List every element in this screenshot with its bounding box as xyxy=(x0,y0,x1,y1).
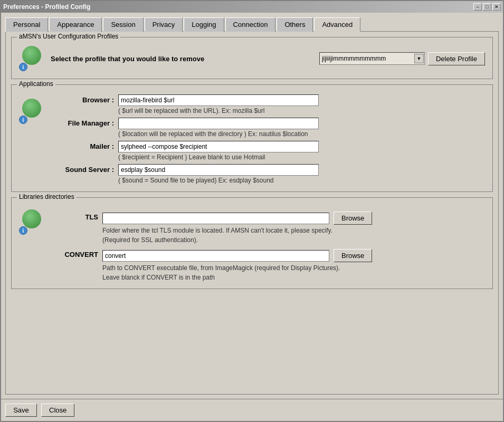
profile-select-wrapper: jijiiijimmmmmmmmmm ▼ xyxy=(319,52,425,65)
tab-appearance[interactable]: Appearance xyxy=(49,17,102,32)
convert-row: CONVERT Browse Path to CONVERT executabl… xyxy=(51,249,485,281)
minimize-button[interactable]: – xyxy=(473,3,482,11)
mailer-row: Mailer : ( $recipient = Recipient ) Leav… xyxy=(51,141,485,161)
mailer-input[interactable] xyxy=(118,141,319,152)
save-button[interactable]: Save xyxy=(5,404,37,417)
libraries-legend: Libraries directories xyxy=(17,193,77,200)
content-area: Personal Appearance Session Privacy Logg… xyxy=(1,13,503,399)
soundserver-hint: ( $sound = Sound file to be played) Ex: … xyxy=(118,177,485,184)
profiles-legend: aMSN's User Configuration Profiles xyxy=(17,33,120,40)
profile-select[interactable]: jijiiijimmmmmmmmmm xyxy=(319,52,425,65)
convert-browse-button[interactable]: Browse xyxy=(334,249,372,262)
tab-logging[interactable]: Logging xyxy=(184,17,224,32)
applications-section: Applications i Browser : ( $url xyxy=(11,84,493,192)
convert-hint1: Path to CONVERT executable file, from Im… xyxy=(102,264,485,272)
mailer-field-group: ( $recipient = Recipient ) Leave blank t… xyxy=(118,141,485,161)
close-button[interactable]: ✕ xyxy=(492,3,501,11)
avatar: i xyxy=(19,46,44,71)
tls-browse-button[interactable]: Browse xyxy=(334,212,372,225)
profile-row: i Select the profile that you would like… xyxy=(19,46,485,71)
libs-avatar-info-icon: i xyxy=(19,226,27,235)
convert-input-row: Browse xyxy=(102,249,485,262)
tab-advanced[interactable]: Advanced xyxy=(314,17,360,32)
browser-label: Browser : xyxy=(51,94,114,104)
maximize-button[interactable]: □ xyxy=(483,3,491,11)
libraries-section: Libraries directories i TLS xyxy=(11,197,493,289)
libs-avatar-person-icon xyxy=(22,209,41,228)
libraries-content: i TLS Browse Folder where the tcl T xyxy=(19,207,485,281)
browser-input[interactable] xyxy=(118,94,319,106)
avatar-person-icon xyxy=(22,46,41,65)
tab-content-advanced: aMSN's User Configuration Profiles i Sel… xyxy=(5,31,499,395)
filemanager-input[interactable] xyxy=(118,118,319,129)
libs-avatar: i xyxy=(19,209,44,235)
convert-hint2: Leave blanck if CONVERT is in the path xyxy=(102,274,485,281)
tab-bar: Personal Appearance Session Privacy Logg… xyxy=(5,17,499,31)
filemanager-row: File Manager : ( $location will be repla… xyxy=(51,118,485,138)
mailer-label: Mailer : xyxy=(51,141,114,150)
tls-row: TLS Browse Folder where the tcl TLS modu… xyxy=(51,212,485,244)
tab-connection[interactable]: Connection xyxy=(225,17,276,32)
apps-avatar-info-icon: i xyxy=(19,116,27,124)
apps-avatar-person-icon xyxy=(22,99,41,118)
soundserver-field-group: ( $sound = Sound file to be played) Ex: … xyxy=(118,164,485,184)
delete-profile-button[interactable]: Delete Profile xyxy=(428,52,485,65)
window-title: Preferences - Profiled Config xyxy=(3,3,90,11)
browser-row: Browser : ( $url will be replaced with t… xyxy=(51,94,485,114)
browser-field-group: ( $url will be replaced with the URL). E… xyxy=(118,94,485,114)
tls-hint1: Folder where the tcl TLS module is locat… xyxy=(102,227,485,234)
tab-session[interactable]: Session xyxy=(103,17,143,32)
main-window: Preferences - Profiled Config – □ ✕ Pers… xyxy=(0,0,504,422)
tls-hint2: (Required for SSL authentication). xyxy=(102,236,485,244)
filemanager-field-group: ( $location will be replaced with the di… xyxy=(118,118,485,138)
bottom-bar: Save Close xyxy=(1,399,503,421)
soundserver-label: Sound Server : xyxy=(51,164,114,174)
apps-avatar: i xyxy=(19,99,44,124)
tls-input-row: Browse xyxy=(102,212,485,225)
close-button-footer[interactable]: Close xyxy=(41,404,74,417)
convert-input[interactable] xyxy=(102,250,329,262)
avatar-info-icon: i xyxy=(19,63,27,71)
soundserver-input[interactable] xyxy=(118,164,319,176)
applications-legend: Applications xyxy=(17,80,55,88)
tab-others[interactable]: Others xyxy=(277,17,313,32)
apps-content: i Browser : ( $url will be replaced with… xyxy=(19,94,485,184)
soundserver-row: Sound Server : ( $sound = Sound file to … xyxy=(51,164,485,184)
title-bar: Preferences - Profiled Config – □ ✕ xyxy=(1,1,503,13)
convert-field-group: Browse Path to CONVERT executable file, … xyxy=(102,249,485,281)
tab-personal[interactable]: Personal xyxy=(5,17,48,32)
tls-label: TLS xyxy=(51,212,98,221)
filemanager-label: File Manager : xyxy=(51,118,114,127)
tls-field-group: Browse Folder where the tcl TLS module i… xyxy=(102,212,485,244)
apps-fields: Browser : ( $url will be replaced with t… xyxy=(51,94,485,184)
profile-select-label: Select the profile that you would like t… xyxy=(51,55,313,63)
profile-dropdown-row: jijiiijimmmmmmmmmm ▼ Delete Profile xyxy=(319,52,485,65)
profiles-section: aMSN's User Configuration Profiles i Sel… xyxy=(11,37,493,79)
libs-fields: TLS Browse Folder where the tcl TLS modu… xyxy=(51,207,485,281)
mailer-hint: ( $recipient = Recipient ) Leave blank t… xyxy=(118,154,485,161)
tls-input[interactable] xyxy=(102,213,329,224)
filemanager-hint: ( $location will be replaced with the di… xyxy=(118,130,485,138)
window-controls: – □ ✕ xyxy=(473,3,501,11)
browser-hint: ( $url will be replaced with the URL). E… xyxy=(118,107,485,114)
tab-privacy[interactable]: Privacy xyxy=(145,17,183,32)
convert-label: CONVERT xyxy=(51,249,98,258)
